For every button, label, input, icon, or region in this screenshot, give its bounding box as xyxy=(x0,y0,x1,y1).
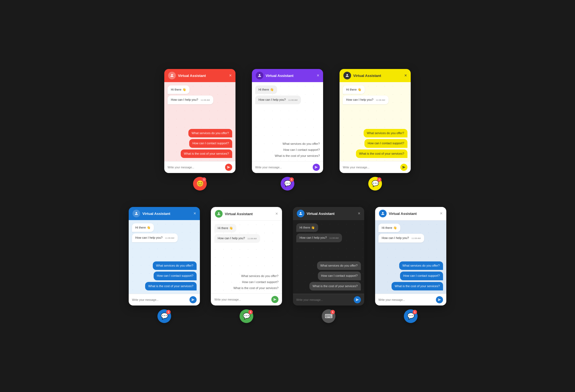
chat-window-lightblue: Virtual Assistant × Hi there 👋 How can I… xyxy=(375,207,446,305)
widget-blue: Virtual Assistant × Hi there 👋 How can I… xyxy=(129,207,200,323)
user-msg-white-1: What services do you offer? xyxy=(241,274,278,278)
close-btn-blue[interactable]: × xyxy=(194,211,196,216)
chat-input-white[interactable] xyxy=(214,298,269,301)
chat-input-red[interactable] xyxy=(168,166,223,169)
fab-badge-purple: 1 xyxy=(289,177,294,182)
user-msg-lightblue-2: How can I contact support? xyxy=(400,272,443,280)
chat-input-yellow[interactable] xyxy=(343,166,398,169)
user-msg-dark-1: What services do you offer? xyxy=(317,261,361,270)
chat-header-lightblue: Virtual Assistant × xyxy=(375,207,446,220)
svg-point-5 xyxy=(300,212,301,214)
user-msg-purple-1: What services do you offer? xyxy=(283,142,320,146)
user-msg-lightblue-3: What is the cost of your services? xyxy=(392,282,443,290)
bot-msg-red-1: Hi there 👋 xyxy=(168,85,189,94)
chat-input-area-purple xyxy=(252,161,323,173)
fab-btn-white[interactable]: 💬 1 xyxy=(240,309,253,323)
fab-badge-lightblue: 1 xyxy=(413,310,417,314)
chat-body-dark: Hi there 👋 How can I help you? 11:08 AM … xyxy=(293,220,364,294)
user-msg-red-2: How can I contact support? xyxy=(189,139,232,148)
user-msg-red-1: What services do you offer? xyxy=(188,129,232,137)
avatar-lightblue xyxy=(379,210,387,217)
send-btn-white[interactable] xyxy=(271,296,278,303)
avatar-yellow xyxy=(343,72,351,79)
user-msg-dark-2: How can I contact support? xyxy=(318,272,361,280)
svg-point-4 xyxy=(218,212,219,214)
chat-window-white: Virtual Assistant × Hi there 👋 How can I… xyxy=(211,207,282,305)
user-msg-blue-2: How can I contact support? xyxy=(154,272,197,280)
chat-window-blue: Virtual Assistant × Hi there 👋 How can I… xyxy=(129,207,200,305)
widget-purple: Virtual Assistant × Hi there 👋 How can I… xyxy=(252,69,323,191)
header-title-dark: Virtual Assistant xyxy=(307,212,356,216)
chat-input-area-dark xyxy=(293,294,364,305)
user-msg-yellow-2: How can I contact support? xyxy=(364,139,407,148)
bot-msg-white-1: Hi there 👋 xyxy=(214,224,236,232)
close-btn-dark[interactable]: × xyxy=(358,211,360,216)
header-title-blue: Virtual Assistant xyxy=(142,212,191,216)
header-title-lightblue: Virtual Assistant xyxy=(389,212,438,216)
chat-body-yellow: Hi there 👋 How can I help you? 11:08 AM … xyxy=(340,82,411,161)
fab-badge-red: 1 xyxy=(202,177,206,182)
chat-input-area-blue xyxy=(129,294,200,305)
avatar-purple xyxy=(256,72,263,79)
bot-msg-lightblue-1: Hi there 👋 xyxy=(378,224,400,232)
chat-body-red: Hi there 👋 How can I help you? 11:08 AM … xyxy=(164,82,235,161)
avatar-red xyxy=(168,72,176,79)
chat-input-blue[interactable] xyxy=(132,298,187,301)
send-btn-red[interactable] xyxy=(225,164,232,171)
user-msg-white-3: What is the cost of your services? xyxy=(234,286,278,290)
chat-header-white: Virtual Assistant × xyxy=(211,207,282,221)
chat-header-red: Virtual Assistant × xyxy=(164,69,235,82)
bottom-row: Virtual Assistant × Hi there 👋 How can I… xyxy=(27,207,548,323)
chat-body-white: Hi there 👋 How can I help you? 11:08 AM … xyxy=(211,221,282,293)
bot-msg-white-2: How can I help you? 11:08 AM xyxy=(214,234,260,243)
fab-btn-blue[interactable]: 💬 1 xyxy=(157,309,171,323)
user-msg-yellow-1: What services do you offer? xyxy=(364,129,407,137)
close-btn-purple[interactable]: × xyxy=(317,73,319,78)
user-msg-dark-3: What is the cost of your services? xyxy=(309,282,361,290)
user-msg-red-3: What is the cost of your services? xyxy=(181,149,232,158)
close-btn-red[interactable]: × xyxy=(229,73,232,78)
fab-btn-red[interactable]: 😊 1 xyxy=(193,177,207,191)
fab-btn-purple[interactable]: 💬 1 xyxy=(281,177,294,191)
send-btn-lightblue[interactable] xyxy=(436,296,443,303)
widget-yellow: Virtual Assistant × Hi there 👋 How can I… xyxy=(340,69,411,191)
fab-badge-yellow: 1 xyxy=(377,177,381,182)
svg-point-2 xyxy=(346,74,348,76)
chat-input-area-white xyxy=(211,293,282,305)
bot-msg-purple-2: How can I help you? 11:08 AM xyxy=(255,96,301,104)
send-btn-dark[interactable] xyxy=(354,296,361,303)
send-btn-blue[interactable] xyxy=(189,296,197,303)
user-msg-white-2: How can I contact support? xyxy=(242,280,278,284)
header-title-red: Virtual Assistant xyxy=(178,74,227,78)
fab-badge-white: 1 xyxy=(248,310,253,314)
bot-msg-lightblue-2: How can I help you? 11:08 AM xyxy=(378,234,424,242)
header-title-purple: Virtual Assistant xyxy=(266,74,315,78)
chat-input-area-lightblue xyxy=(375,294,446,305)
chat-header-dark: Virtual Assistant × xyxy=(293,207,364,220)
chat-header-purple: Virtual Assistant × xyxy=(252,69,323,82)
fab-btn-yellow[interactable]: 💬 1 xyxy=(368,177,382,191)
send-btn-purple[interactable] xyxy=(313,164,320,171)
header-title-white: Virtual Assistant xyxy=(225,212,273,216)
bot-msg-yellow-2: How can I help you? 11:08 AM xyxy=(343,96,389,104)
bot-msg-red-2: How can I help you? 11:08 AM xyxy=(168,96,213,104)
bot-msg-blue-2: How can I help you? 11:08 AM xyxy=(132,234,178,242)
close-btn-yellow[interactable]: × xyxy=(404,73,407,78)
chat-input-area-yellow xyxy=(340,161,411,173)
widget-red: Virtual Assistant × Hi there 👋 How can I… xyxy=(164,69,235,191)
fab-btn-dark[interactable]: ⌨ 1 xyxy=(322,309,335,323)
bot-msg-dark-2: How can I help you? 11:08 AM xyxy=(296,234,342,242)
fab-badge-dark: 1 xyxy=(330,310,335,314)
chat-input-lightblue[interactable] xyxy=(378,298,434,301)
chat-body-purple: Hi there 👋 How can I help you? 11:08 AM … xyxy=(252,82,323,161)
main-container: Virtual Assistant × Hi there 👋 How can I… xyxy=(27,58,548,334)
close-btn-lightblue[interactable]: × xyxy=(440,211,442,216)
send-btn-yellow[interactable] xyxy=(400,164,407,171)
fab-btn-lightblue[interactable]: 💬 1 xyxy=(404,309,418,323)
chat-input-purple[interactable] xyxy=(255,166,311,169)
user-msg-yellow-3: What is the cost of your services? xyxy=(356,149,407,158)
close-btn-white[interactable]: × xyxy=(275,212,278,216)
header-title-yellow: Virtual Assistant xyxy=(353,74,402,78)
chat-input-dark[interactable] xyxy=(296,298,352,301)
svg-point-3 xyxy=(136,212,137,214)
